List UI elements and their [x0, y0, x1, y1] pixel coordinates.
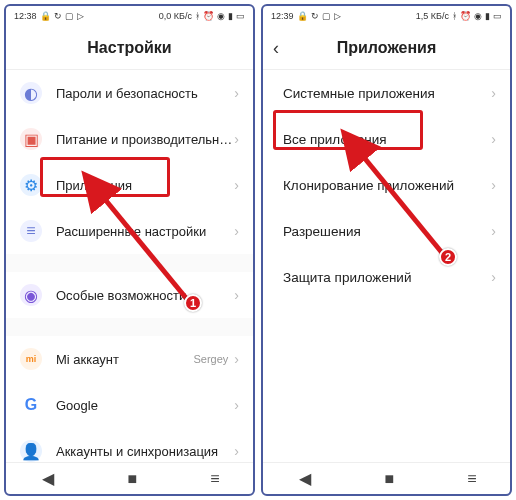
chevron-right-icon: › [491, 131, 496, 147]
lock-icon: 🔒 [40, 11, 51, 21]
nav-recent-icon[interactable]: ≡ [210, 470, 216, 488]
item-label: Приложения [56, 178, 234, 193]
item-label: Mi аккаунт [56, 352, 193, 367]
alarm-icon: ⏰ [460, 11, 471, 21]
lock-icon: 🔒 [297, 11, 308, 21]
person-icon: 👤 [20, 440, 42, 462]
chevron-right-icon: › [234, 85, 239, 101]
play-icon: ▷ [77, 11, 84, 21]
google-logo-icon: G [20, 394, 42, 416]
sliders-icon: ≡ [20, 220, 42, 242]
nav-home-icon[interactable]: ■ [127, 470, 137, 488]
nav-back-icon[interactable]: ◀ [299, 469, 311, 488]
item-label: Особые возможности [56, 288, 234, 303]
nav-bar: ◀ ■ ≡ [6, 462, 253, 494]
battery-icon: ▭ [493, 11, 502, 21]
item-system-apps[interactable]: Системные приложения › [263, 70, 510, 116]
status-net: 0,0 КБ/с [159, 11, 192, 21]
chevron-right-icon: › [491, 269, 496, 285]
status-bar: 12:39 🔒 ↻ ▢ ▷ 1,5 КБ/с ᚼ ⏰ ◉ ▮ ▭ [263, 6, 510, 26]
signal-icon: ▮ [485, 11, 490, 21]
chevron-right-icon: › [234, 131, 239, 147]
item-mi-account[interactable]: mi Mi аккаунт Sergey › [6, 336, 253, 382]
alarm-icon: ⏰ [203, 11, 214, 21]
chevron-right-icon: › [234, 223, 239, 239]
item-label: Клонирование приложений [283, 178, 491, 193]
chevron-right-icon: › [234, 287, 239, 303]
nav-back-icon[interactable]: ◀ [42, 469, 54, 488]
shield-icon: ◐ [20, 82, 42, 104]
wifi-icon: ◉ [217, 11, 225, 21]
item-label: Аккаунты и синхронизация [56, 444, 234, 459]
item-accounts-sync[interactable]: 👤 Аккаунты и синхронизация › [6, 428, 253, 462]
cast-icon: ▢ [65, 11, 74, 21]
item-extra: Sergey [193, 353, 228, 365]
phone-left: 12:38 🔒 ↻ ▢ ▷ 0,0 КБ/с ᚼ ⏰ ◉ ▮ ▭ Настрой… [4, 4, 255, 496]
wifi-icon: ◉ [474, 11, 482, 21]
settings-list: ◐ Пароли и безопасность › ▣ Питание и пр… [6, 70, 253, 462]
header: Настройки [6, 26, 253, 70]
chevron-right-icon: › [491, 85, 496, 101]
chevron-right-icon: › [234, 443, 239, 459]
status-time: 12:38 [14, 11, 37, 21]
apps-list: Системные приложения › Все приложения › … [263, 70, 510, 462]
sync-icon: ↻ [54, 11, 62, 21]
item-power[interactable]: ▣ Питание и производительность › [6, 116, 253, 162]
item-label: Пароли и безопасность [56, 86, 234, 101]
bluetooth-icon: ᚼ [195, 11, 200, 21]
item-all-apps[interactable]: Все приложения › [263, 116, 510, 162]
chevron-right-icon: › [491, 223, 496, 239]
battery-icon: ▭ [236, 11, 245, 21]
phone-right: 12:39 🔒 ↻ ▢ ▷ 1,5 КБ/с ᚼ ⏰ ◉ ▮ ▭ ‹ Прило… [261, 4, 512, 496]
item-google[interactable]: G Google › [6, 382, 253, 428]
page-title: Приложения [337, 39, 437, 57]
item-label: Питание и производительность [56, 132, 234, 147]
chevron-right-icon: › [491, 177, 496, 193]
gear-icon: ⚙ [20, 174, 42, 196]
item-apps[interactable]: ⚙ Приложения › [6, 162, 253, 208]
item-label: Защита приложений [283, 270, 491, 285]
cast-icon: ▢ [322, 11, 331, 21]
nav-home-icon[interactable]: ■ [384, 470, 394, 488]
mi-logo-icon: mi [20, 348, 42, 370]
signal-icon: ▮ [228, 11, 233, 21]
item-label: Системные приложения [283, 86, 491, 101]
item-label: Расширенные настройки [56, 224, 234, 239]
nav-bar: ◀ ■ ≡ [263, 462, 510, 494]
page-title: Настройки [87, 39, 171, 57]
item-label: Разрешения [283, 224, 491, 239]
item-clone-apps[interactable]: Клонирование приложений › [263, 162, 510, 208]
status-net: 1,5 КБ/с [416, 11, 449, 21]
item-app-protection[interactable]: Защита приложений › [263, 254, 510, 300]
header: ‹ Приложения [263, 26, 510, 70]
item-label: Google [56, 398, 234, 413]
item-permissions[interactable]: Разрешения › [263, 208, 510, 254]
status-time: 12:39 [271, 11, 294, 21]
play-icon: ▷ [334, 11, 341, 21]
battery-plus-icon: ▣ [20, 128, 42, 150]
item-advanced[interactable]: ≡ Расширенные настройки › [6, 208, 253, 254]
item-passwords[interactable]: ◐ Пароли и безопасность › [6, 70, 253, 116]
accessibility-icon: ◉ [20, 284, 42, 306]
chevron-right-icon: › [234, 177, 239, 193]
nav-recent-icon[interactable]: ≡ [467, 470, 473, 488]
sync-icon: ↻ [311, 11, 319, 21]
chevron-right-icon: › [234, 351, 239, 367]
item-label: Все приложения [283, 132, 491, 147]
chevron-right-icon: › [234, 397, 239, 413]
bluetooth-icon: ᚼ [452, 11, 457, 21]
status-bar: 12:38 🔒 ↻ ▢ ▷ 0,0 КБ/с ᚼ ⏰ ◉ ▮ ▭ [6, 6, 253, 26]
item-accessibility[interactable]: ◉ Особые возможности › [6, 272, 253, 318]
back-button[interactable]: ‹ [273, 37, 279, 58]
